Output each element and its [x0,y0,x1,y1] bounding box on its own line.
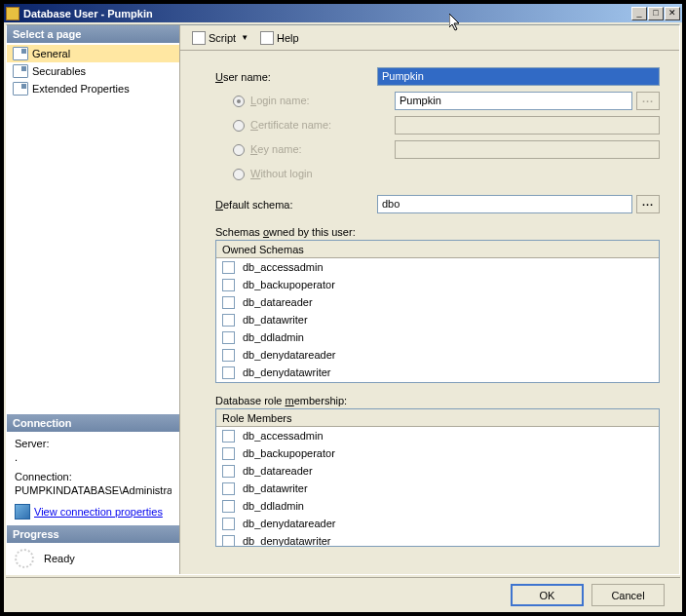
list-item[interactable]: db_backupoperator [216,276,659,293]
list-item-label: db_ddladmin [243,331,304,343]
page-item-general[interactable]: General [7,45,179,62]
schemas-label: Schemas owned by this user: [180,222,679,240]
certificate-name-field [395,116,660,135]
list-item-label: db_backupoperator [243,279,335,290]
list-item-label: db_datawriter [243,482,308,494]
checkbox[interactable] [222,535,235,547]
script-label: Script [209,32,236,44]
schema-browse-button[interactable] [636,195,660,213]
progress-header: Progress [7,525,179,543]
checkbox[interactable] [222,518,235,530]
progress-spinner-icon [15,549,34,568]
checkbox[interactable] [222,261,235,274]
connection-icon [15,504,30,520]
list-item-label: db_denydatareader [243,349,335,361]
checkbox[interactable] [222,430,235,443]
list-item[interactable]: db_denydatawriter [216,532,659,546]
view-connection-link[interactable]: View connection properties [34,506,163,518]
key-name-label: Key name: [233,143,395,156]
connection-value: PUMPKINDATABASE\Administrat [15,484,172,496]
user-name-label: User name: [215,71,377,83]
checkbox[interactable] [222,314,235,327]
page-icon [13,82,28,96]
checkbox[interactable] [222,349,235,362]
dropdown-icon: ▼ [241,33,248,42]
without-login-label: Without login [233,168,395,180]
dialog-footer: OK Cancel [6,577,680,612]
roles-label: Database role membership: [180,391,679,408]
help-label: Help [277,32,299,44]
checkbox[interactable] [222,279,235,291]
server-label: Server: [15,438,172,449]
select-page-header: Select a page [7,25,179,43]
connection-label: Connection: [15,471,172,482]
list-item[interactable]: db_denydatawriter [216,364,659,381]
list-item[interactable]: db_denydatareader [216,515,659,532]
list-item[interactable]: db_ddladmin [216,328,659,346]
owned-schemas-list[interactable]: Owned Schemas db_accessadmindb_backupope… [215,240,660,383]
default-schema-field[interactable]: dbo [377,195,632,213]
role-members-list[interactable]: Role Members db_accessadmindb_backupoper… [215,408,660,547]
cancel-button[interactable]: Cancel [591,584,665,606]
role-members-header[interactable]: Role Members [216,409,659,427]
page-item-securables[interactable]: Securables [7,62,179,80]
app-icon [6,7,19,20]
list-item-label: db_datawriter [243,314,308,326]
maximize-button[interactable]: □ [648,7,664,20]
owned-schemas-header[interactable]: Owned Schemas [216,241,659,258]
dialog-window: Database User - Pumpkin _ □ ✕ Select a p… [3,3,683,613]
checkbox[interactable] [222,331,235,344]
list-item-label: db_accessadmin [243,261,324,273]
page-label: General [32,48,70,59]
help-button[interactable]: Help [256,29,303,47]
server-value: . [15,451,172,463]
without-login-radio [233,169,245,180]
list-item-label: db_denydatareader [243,518,335,529]
list-item[interactable]: db_datawriter [216,311,659,328]
list-item-label: db_accessadmin [243,430,324,442]
page-item-extended-properties[interactable]: Extended Properties [7,80,179,97]
user-name-field[interactable]: Pumpkin [377,67,660,86]
list-item[interactable]: db_backupoperator [216,444,659,462]
list-item-label: db_ddladmin [243,500,304,512]
toolbar: Script ▼ Help [180,25,679,51]
page-icon [13,47,28,60]
list-item[interactable]: db_ddladmin [216,497,659,515]
minimize-button[interactable]: _ [631,7,647,20]
main-panel: Script ▼ Help User name: Pumpkin Login n… [180,25,679,574]
list-item-label: db_datareader [243,465,313,477]
sidebar: Select a page General Securables Extende… [7,25,180,574]
checkbox[interactable] [222,482,235,495]
checkbox[interactable] [222,447,235,460]
list-item[interactable]: db_denydatareader [216,346,659,364]
list-item[interactable]: db_accessadmin [216,427,659,444]
list-item[interactable]: db_datawriter [216,480,659,497]
checkbox[interactable] [222,500,235,513]
list-item-label: db_datareader [243,296,313,308]
key-name-field [395,140,660,159]
page-label: Extended Properties [32,83,130,95]
titlebar[interactable]: Database User - Pumpkin _ □ ✕ [4,4,682,22]
checkbox[interactable] [222,366,235,379]
titlebar-text: Database User - Pumpkin [23,8,631,19]
list-item-label: db_backupoperator [243,447,335,459]
checkbox[interactable] [222,465,235,478]
checkbox[interactable] [222,296,235,309]
script-icon [192,31,206,45]
login-name-label: Login name: [233,95,395,107]
list-item[interactable]: db_accessadmin [216,258,659,276]
default-schema-label: Default schema: [215,199,377,211]
script-button[interactable]: Script ▼ [188,29,252,47]
ok-button[interactable]: OK [511,584,584,606]
certificate-radio [233,120,245,132]
page-label: Securables [32,65,86,77]
page-icon [13,64,28,78]
list-item[interactable]: db_datareader [216,462,659,480]
close-button[interactable]: ✕ [665,7,680,20]
certificate-name-label: Certificate name: [233,119,395,132]
login-name-field: Pumpkin [395,92,632,110]
list-item[interactable]: db_datareader [216,293,659,311]
login-name-radio [233,96,245,107]
key-radio [233,144,245,156]
progress-status: Ready [44,553,75,564]
